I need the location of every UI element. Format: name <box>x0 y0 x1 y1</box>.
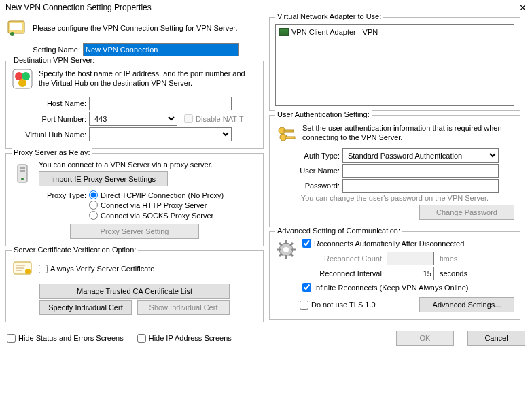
certificate-icon <box>12 258 33 280</box>
hide-status-label: Hide Status and Errors Screens <box>18 334 124 342</box>
disable-natt-checkbox <box>184 114 193 123</box>
cancel-button[interactable]: Cancel <box>467 331 525 346</box>
adapter-icon <box>279 28 289 36</box>
intro-text: Please configure the VPN Connection Sett… <box>33 24 237 32</box>
verify-cert-label: Always Verify Server Certificate <box>50 265 154 273</box>
change-password-button: Change Password <box>419 205 514 220</box>
proxy-http-radio[interactable] <box>89 201 98 210</box>
svg-rect-16 <box>285 137 295 139</box>
adapter-item-label: VPN Client Adapter - VPN <box>291 28 378 36</box>
dest-desc: Specify the host name or IP address, and… <box>39 69 258 88</box>
no-tls-checkbox[interactable] <box>300 301 308 310</box>
vpn-settings-icon <box>5 17 27 39</box>
proxy-socks-label: Connect via SOCKS Proxy Server <box>101 212 213 220</box>
import-ie-proxy-button[interactable]: Import IE Proxy Server Settings <box>39 171 168 186</box>
host-label: Host Name: <box>12 99 86 107</box>
server-globe-icon <box>12 68 33 90</box>
proxy-server-icon <box>12 163 33 184</box>
proxy-http-label: Connect via HTTP Proxy Server <box>101 201 207 210</box>
svg-point-12 <box>25 269 31 274</box>
svg-rect-14 <box>284 130 294 132</box>
virtual-hub-select[interactable] <box>89 127 232 141</box>
gear-icon <box>275 239 297 261</box>
setting-name-input[interactable] <box>83 43 239 56</box>
proxy-direct-label: Direct TCP/IP Connection (No Proxy) <box>101 191 224 199</box>
user-name-label: User Name: <box>275 167 340 175</box>
reconnect-count-label: Reconnect Count: <box>302 254 384 263</box>
auth-desc: Set the user authentication information … <box>302 124 514 143</box>
auth-legend: User Authentication Setting: <box>275 110 372 118</box>
auth-type-label: Auth Type: <box>275 152 340 160</box>
window-title: New VPN Connection Setting Properties <box>5 3 152 13</box>
vna-legend: Virtual Network Adapter to Use: <box>275 12 383 20</box>
password-input[interactable] <box>342 179 499 193</box>
advanced-settings-button[interactable]: Advanced Settings... <box>419 297 514 312</box>
port-number-select[interactable]: 443 <box>89 112 177 126</box>
port-label: Port Number: <box>12 115 86 123</box>
adv-legend: Advanced Setting of Communication: <box>275 227 402 235</box>
user-name-input[interactable] <box>342 164 499 178</box>
svg-rect-9 <box>20 170 25 172</box>
reconnect-interval-label: Reconnect Interval: <box>302 269 384 278</box>
svg-point-10 <box>21 178 24 180</box>
svg-rect-1 <box>10 23 22 30</box>
reconnect-interval-unit: seconds <box>440 269 467 278</box>
password-label: Password: <box>275 182 340 190</box>
setting-name-label: Setting Name: <box>5 46 80 54</box>
verify-cert-checkbox[interactable] <box>39 265 48 273</box>
hide-ip-label: Hide IP Address Screens <box>149 334 232 342</box>
manage-ca-button[interactable]: Manage Trusted CA Certificate List <box>39 284 230 299</box>
cert-legend: Server Certificate Verification Option: <box>12 246 138 254</box>
svg-point-6 <box>18 79 26 87</box>
dest-legend: Destination VPN Server: <box>12 56 96 64</box>
password-hint: You can change the user's password on th… <box>301 194 489 202</box>
svg-point-2 <box>10 32 14 36</box>
proxy-direct-radio[interactable] <box>89 190 98 199</box>
reconnect-count-unit: times <box>440 254 457 263</box>
no-tls-label: Do not use TLS 1.0 <box>311 301 376 309</box>
reconnect-interval-input[interactable] <box>387 267 434 280</box>
reconnect-auto-label: Reconnects Automatically After Disconnec… <box>314 239 464 248</box>
infinite-reconnect-checkbox[interactable] <box>302 283 311 292</box>
proxy-server-setting-button: Proxy Server Setting <box>70 224 199 239</box>
proxy-type-label: Proxy Type: <box>12 190 86 199</box>
close-icon[interactable]: ✕ <box>519 3 527 13</box>
svg-rect-8 <box>20 167 25 169</box>
disable-natt-label: Disable NAT-T <box>196 115 244 123</box>
svg-point-18 <box>283 247 289 252</box>
reconnect-count-input <box>387 252 434 265</box>
keys-icon <box>275 122 297 144</box>
reconnect-auto-checkbox[interactable] <box>302 239 311 248</box>
adapter-listbox[interactable]: VPN Client Adapter - VPN <box>275 24 514 106</box>
show-cert-button: Show Individual Cert <box>137 300 230 315</box>
proxy-legend: Proxy Server as Relay: <box>12 148 92 156</box>
auth-type-select[interactable]: Standard Password Authentication <box>342 148 499 163</box>
proxy-desc: You can connect to a VPN Server via a pr… <box>39 161 258 169</box>
proxy-socks-radio[interactable] <box>89 211 98 220</box>
hide-ip-checkbox[interactable] <box>137 334 146 343</box>
host-name-input[interactable] <box>89 97 232 110</box>
infinite-reconnect-label: Infinite Reconnects (Keep VPN Always Onl… <box>314 284 468 292</box>
specify-cert-button[interactable]: Specify Individual Cert <box>39 300 132 315</box>
adapter-list-item[interactable]: VPN Client Adapter - VPN <box>278 27 512 37</box>
hide-status-checkbox[interactable] <box>7 334 16 343</box>
ok-button: OK <box>396 331 454 346</box>
vhub-label: Virtual Hub Name: <box>12 131 86 139</box>
